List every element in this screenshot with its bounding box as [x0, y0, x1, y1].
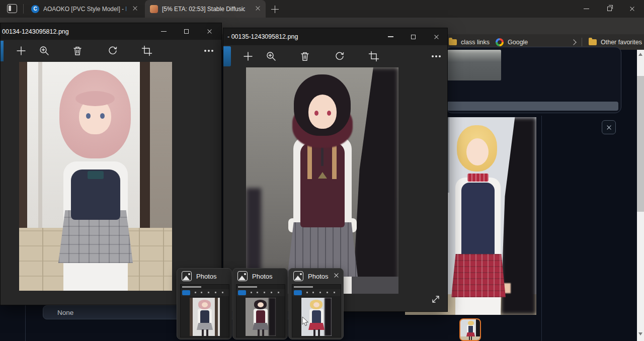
favorites-label: Other favorites — [601, 39, 642, 46]
art-floor — [460, 336, 480, 340]
gallery-close-button[interactable] — [602, 120, 616, 134]
desktop-screen: C AOAOKO [PVC Style Model] - PV [5% ETA:… — [0, 0, 644, 341]
mini-accent-button — [294, 290, 302, 295]
art-eye — [327, 111, 331, 116]
google-icon — [496, 38, 504, 46]
new-tab-button[interactable] — [270, 4, 280, 14]
browser-tab-bar: C AOAOKO [PVC Style Model] - PV [5% ETA:… — [0, 0, 644, 18]
tab-close-icon[interactable] — [132, 6, 138, 13]
art-eye — [86, 113, 91, 119]
add-icon[interactable] — [15, 45, 27, 57]
photo-image-00134 — [19, 62, 172, 291]
tab-label: AOAOKO [PVC Style Model] - PV — [43, 6, 126, 13]
art-bow — [467, 174, 489, 182]
art-eye — [314, 111, 318, 116]
see-more-icon[interactable] — [203, 45, 215, 57]
minimize-button[interactable] — [382, 28, 399, 45]
photos-app-icon — [293, 271, 303, 281]
tab-label: [5% ETA: 02:53] Stable Diffusion — [162, 6, 245, 13]
preview-app-label: Photos — [252, 273, 272, 280]
mini-toolbar — [181, 289, 229, 296]
photos-toolbar — [1, 40, 221, 62]
delete-icon[interactable] — [299, 50, 311, 62]
art-face — [308, 95, 337, 129]
photos-app-icon — [237, 271, 248, 281]
zoom-in-icon[interactable] — [38, 45, 50, 57]
preview-thumbnail[interactable] — [180, 284, 229, 337]
favorites-label: Google — [508, 39, 528, 46]
close-button[interactable] — [428, 28, 445, 45]
preview-thumbnail[interactable] — [236, 284, 285, 337]
art-vest — [461, 183, 495, 258]
taskbar-preview-photos-2[interactable]: Photos — [232, 268, 288, 339]
browser-tab-civitai[interactable]: C AOAOKO [PVC Style Model] - PV — [26, 0, 143, 18]
art-leg — [469, 336, 470, 340]
scrollbar-down-arrow[interactable] — [638, 332, 642, 335]
tab-close-icon[interactable] — [255, 6, 261, 13]
art-strap — [332, 143, 337, 179]
mini-title-bar — [182, 286, 201, 288]
art-hair — [468, 321, 474, 325]
preview-header: Photos — [233, 269, 287, 284]
crop-icon[interactable] — [368, 50, 380, 62]
window-title: - 00135-1243095812.png — [223, 33, 298, 40]
preview-close-icon[interactable] — [334, 273, 340, 281]
mini-toolbar — [292, 289, 341, 296]
window-minimize-button[interactable] — [575, 0, 598, 18]
photos-toolbar — [223, 45, 447, 68]
mini-title-bar — [238, 286, 257, 288]
taskbar-preview-photos-3[interactable]: Photos — [288, 268, 344, 339]
mouse-cursor — [302, 316, 310, 329]
divider — [23, 4, 24, 14]
art-eye — [100, 113, 105, 119]
maximize-button[interactable] — [178, 23, 195, 40]
scrollbar-up-arrow[interactable] — [638, 53, 642, 56]
browser-tab-stable-diffusion[interactable]: [5% ETA: 02:53] Stable Diffusion — [145, 0, 266, 18]
photo-image-00135 — [246, 67, 398, 294]
rotate-icon[interactable] — [107, 45, 119, 57]
live-preview-box — [447, 50, 501, 80]
preview-app-label: Photos — [196, 273, 216, 280]
see-all-photos-button[interactable] — [1, 41, 4, 61]
expand-icon[interactable] — [430, 293, 442, 305]
preview-header: Photos — [289, 269, 343, 284]
window-restore-button[interactable] — [598, 0, 621, 18]
mini-toolbar — [236, 289, 285, 296]
script-dropdown-value: None — [57, 309, 73, 316]
crop-icon[interactable] — [141, 45, 153, 57]
progress-bar — [447, 102, 618, 111]
preview-header: Photos — [177, 269, 231, 284]
mini-title-bar — [294, 286, 313, 288]
tab-actions-icon[interactable] — [7, 4, 17, 13]
see-more-icon[interactable] — [430, 50, 442, 62]
taskbar-preview-photos-1[interactable]: Photos — [177, 268, 232, 339]
panel-divider — [25, 302, 26, 341]
zoom-in-icon[interactable] — [265, 50, 277, 62]
art-hair — [75, 91, 115, 106]
window-close-button[interactable] — [621, 0, 644, 18]
gallery-thumbnail-selected[interactable] — [459, 318, 481, 341]
preview-thumbnail[interactable] — [292, 284, 341, 337]
scrollbar-thumb[interactable] — [637, 76, 644, 212]
mini-photo — [190, 298, 220, 336]
delete-icon[interactable] — [71, 45, 84, 57]
mini-accent-button — [182, 290, 190, 295]
art-bow — [88, 171, 104, 179]
add-icon[interactable] — [242, 50, 254, 62]
close-button[interactable] — [201, 23, 218, 40]
rotate-icon[interactable] — [334, 50, 346, 62]
photos-app-icon — [182, 271, 192, 281]
art-skirt — [451, 254, 506, 297]
mini-photo — [246, 298, 276, 336]
divider — [582, 38, 582, 46]
minimize-button[interactable] — [155, 23, 172, 40]
folder-icon — [589, 39, 597, 45]
maximize-button[interactable] — [405, 28, 422, 45]
page-scrollbar[interactable] — [637, 50, 644, 341]
art-vest — [468, 326, 473, 332]
panel-divider — [541, 116, 542, 341]
preview-app-label: Photos — [308, 273, 328, 280]
stable-diffusion-favicon — [150, 5, 158, 13]
see-all-photos-button[interactable] — [223, 46, 231, 66]
favorites-label: class links — [461, 39, 490, 46]
